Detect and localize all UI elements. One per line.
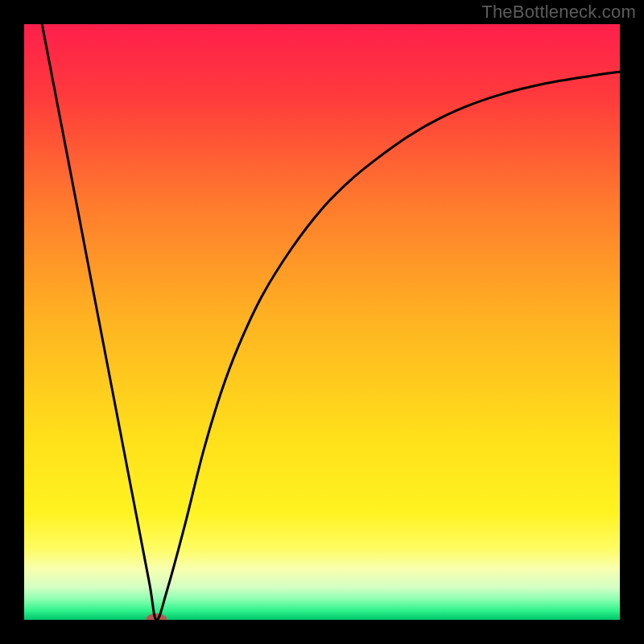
chart-frame: TheBottleneck.com — [0, 0, 644, 644]
chart-svg — [24, 24, 620, 620]
watermark-text: TheBottleneck.com — [481, 2, 636, 23]
gradient-background — [24, 24, 620, 620]
plot-area — [24, 24, 620, 620]
